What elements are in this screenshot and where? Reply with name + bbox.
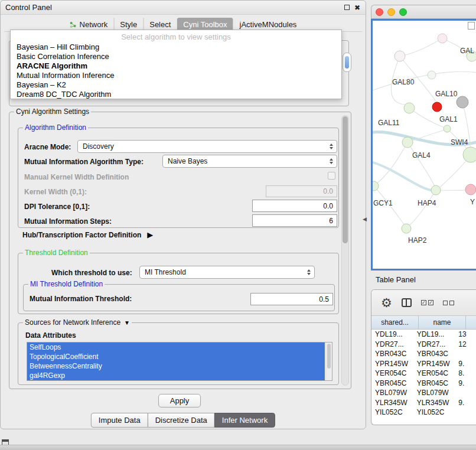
deselect-all-checkboxes-icon[interactable] <box>443 301 454 305</box>
table-row[interactable]: YIL052CYIL052C <box>371 407 476 418</box>
table-row[interactable]: YBR043CYBR043C <box>371 349 476 359</box>
network-node[interactable] <box>428 71 436 79</box>
table-panel-window: ⚙ ✓✓ shared... name YDL19...YDL19...13YD… <box>371 289 476 425</box>
table-row[interactable]: YDL19...YDL19...13 <box>371 330 476 340</box>
which-threshold-label: Which threshold to use: <box>51 269 132 277</box>
threshold-definition-group: Threshold Definition Which threshold to … <box>18 253 339 314</box>
attributes-scrollbar-thumb[interactable] <box>327 344 331 369</box>
combo-arrows-icon <box>307 269 311 275</box>
column-header-partial[interactable] <box>466 316 476 329</box>
network-node[interactable] <box>438 34 447 43</box>
algorithm-option[interactable]: Basic Correlation Inference <box>11 52 341 61</box>
attribute-item[interactable]: BetweennessCentrality <box>27 361 325 371</box>
threshold-definition-title: Threshold Definition <box>23 249 90 257</box>
mi-type-select[interactable]: Naive Bayes <box>162 155 337 168</box>
table-cell: YIL052C <box>371 408 413 416</box>
network-node[interactable] <box>432 102 442 112</box>
network-edge[interactable] <box>400 38 442 56</box>
mi-threshold-label: Mutual Information Threshold: <box>30 295 132 303</box>
table-cell: YLR345W <box>371 399 413 407</box>
sources-section-header[interactable]: Sources for Network Inference ▼ <box>23 318 132 327</box>
network-node[interactable] <box>402 137 413 148</box>
network-node[interactable] <box>463 147 476 162</box>
table-cell: YBR043C <box>413 350 455 358</box>
tab-discretize-data[interactable]: Discretize Data <box>148 413 215 428</box>
table-row[interactable]: YBR045CYBR045C9. <box>371 379 476 389</box>
table-row[interactable]: YBL079WYBL079W <box>371 388 476 398</box>
network-edge[interactable] <box>373 161 436 190</box>
algorithm-option[interactable]: ARACNE Algorithm <box>11 61 341 71</box>
popup-scrollbar[interactable] <box>343 53 351 72</box>
attribute-item[interactable]: TopologicalCoefficient <box>27 352 325 361</box>
apply-button[interactable]: Apply <box>158 394 201 407</box>
select-all-checkboxes-icon[interactable]: ✓✓ <box>421 300 433 305</box>
algorithm-option[interactable]: Bayesian – Hill Climbing <box>11 43 341 52</box>
float-window-icon[interactable] <box>344 5 350 10</box>
aracne-mode-select[interactable]: Discovery <box>77 140 337 153</box>
dpi-tolerance-input[interactable] <box>252 200 337 212</box>
control-panel-window: Control Panel ✖ Network Style Select Cyn… <box>0 0 366 429</box>
algorithm-option[interactable]: Bayesian – K2 <box>11 80 341 90</box>
network-node[interactable] <box>395 51 405 61</box>
table-cell: YER054C <box>371 369 413 377</box>
close-traffic-light[interactable] <box>376 8 383 16</box>
mi-threshold-group: MI Threshold Definition Mutual Informati… <box>23 284 335 311</box>
table-panel-title: Table Panel <box>371 272 476 287</box>
network-node[interactable] <box>431 185 441 195</box>
data-attributes-list: SelfLoopsTopologicalCoefficientBetweenne… <box>27 342 332 381</box>
table-cell: YLR345W <box>413 399 455 407</box>
tab-infer-network[interactable]: Infer Network <box>214 413 275 428</box>
bottom-tabs: Impute Data Discretize Data Infer Networ… <box>91 413 275 428</box>
mi-threshold-input[interactable] <box>250 293 333 305</box>
network-edge[interactable] <box>407 142 435 186</box>
which-threshold-select[interactable]: MI Threshold <box>139 266 315 279</box>
attribute-item[interactable]: SelfLoops <box>27 343 325 352</box>
network-node[interactable] <box>457 96 468 108</box>
network-canvas[interactable]: GALGAL80GAL10GAL11GAL1SWI4GAL4GCY1HAP4YH… <box>371 19 476 270</box>
sources-title-label: Sources for Network Inference <box>25 318 120 327</box>
columns-icon[interactable] <box>402 298 412 307</box>
popup-scrollbar-thumb[interactable] <box>345 56 349 69</box>
settings-scrollbar-thumb[interactable] <box>343 116 348 243</box>
gear-icon[interactable]: ⚙ <box>381 296 392 309</box>
sources-group: Sources for Network Inference ▼ Data Att… <box>18 322 339 385</box>
algorithm-option[interactable]: Dream8 DC_TDC Algorithm <box>11 90 341 99</box>
table-row[interactable]: YER054CYER054C8. <box>371 369 476 379</box>
column-header-shared-name[interactable]: shared... <box>371 316 419 329</box>
node-label: GAL10 <box>435 90 458 98</box>
attribute-item[interactable]: gal4RGexp <box>27 371 325 380</box>
table-row[interactable]: YPR145WYPR145W9. <box>371 359 476 369</box>
network-view-window: GALGAL80GAL10GAL11GAL1SWI4GAL4GCY1HAP4YH… <box>371 5 476 270</box>
tab-impute-data[interactable]: Impute Data <box>91 413 148 428</box>
settings-scrollbar[interactable] <box>341 115 349 386</box>
network-node[interactable] <box>404 103 415 113</box>
network-corner-widget[interactable] <box>468 22 475 30</box>
split-pane-handle[interactable]: ◀ <box>363 216 367 222</box>
network-node[interactable] <box>402 224 411 233</box>
network-node[interactable] <box>465 184 476 195</box>
table-body: YDL19...YDL19...13YDR27...YDR27...12YBR0… <box>371 330 476 418</box>
network-edge[interactable] <box>409 190 436 226</box>
network-node[interactable] <box>444 125 451 132</box>
table-cell: 9. <box>455 379 476 387</box>
algorithm-definition-title: Algorithm Definition <box>23 123 88 132</box>
desktop: { "colors": { "selection_blue": "#3f76d8… <box>0 0 476 450</box>
manual-kernel-label: Manual Kernel Width Definition <box>24 173 129 181</box>
network-edge[interactable] <box>373 71 476 92</box>
hub-transcription-section-header[interactable]: Hub/Transcription Factor Definition ▶ <box>22 230 153 239</box>
close-icon[interactable]: ✖ <box>354 4 360 11</box>
tab-label: Style <box>120 20 137 29</box>
kernel-width-label: Kernel Width (0,1): <box>24 188 87 196</box>
column-header-name[interactable]: name <box>419 316 466 329</box>
attributes-scrollbar[interactable] <box>325 343 332 380</box>
network-edge[interactable] <box>374 146 405 186</box>
table-row[interactable]: YLR345WYLR345W9. <box>371 398 476 408</box>
settings-group-title: Cyni Algorithm Settings <box>14 107 91 116</box>
minimize-traffic-light[interactable] <box>387 8 395 16</box>
zoom-traffic-light[interactable] <box>399 8 407 16</box>
table-row[interactable]: YDR27...YDR27...12 <box>371 340 476 350</box>
mi-steps-input[interactable] <box>252 214 337 227</box>
table-cell: YER054C <box>413 369 455 377</box>
algorithm-option[interactable]: Mutual Information Inference <box>11 71 341 80</box>
table-cell: YDR27... <box>371 340 413 348</box>
